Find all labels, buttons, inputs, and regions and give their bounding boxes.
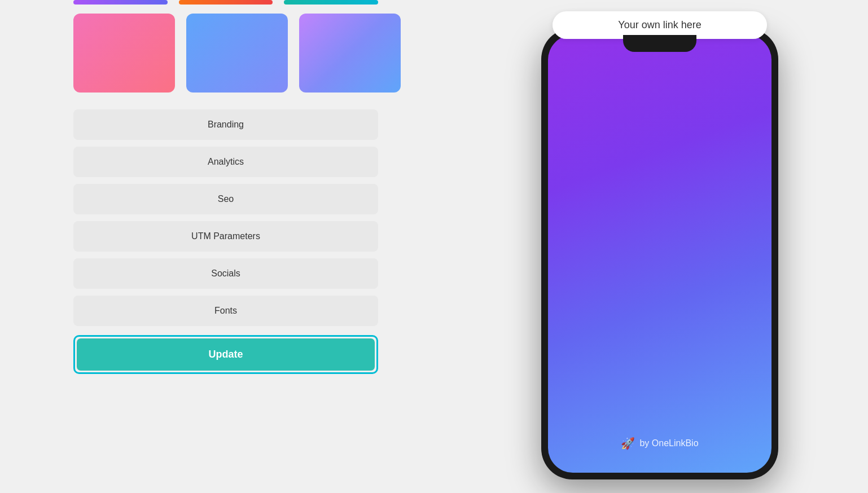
top-swatch-purple[interactable] bbox=[73, 0, 168, 5]
branding-button[interactable]: Branding bbox=[73, 109, 378, 140]
swatch-blue[interactable] bbox=[186, 14, 288, 93]
update-button-wrapper: Update bbox=[73, 335, 378, 374]
left-panel: Branding Analytics Seo UTM Parameters So… bbox=[0, 0, 451, 493]
analytics-button[interactable]: Analytics bbox=[73, 147, 378, 177]
swatch-pink[interactable] bbox=[73, 14, 175, 93]
top-swatches bbox=[73, 0, 378, 5]
socials-button[interactable]: Socials bbox=[73, 258, 378, 289]
fonts-button[interactable]: Fonts bbox=[73, 296, 378, 326]
utm-parameters-button[interactable]: UTM Parameters bbox=[73, 221, 378, 252]
top-swatch-teal[interactable] bbox=[284, 0, 378, 5]
phone-notch bbox=[623, 35, 696, 52]
brand-label: by OneLinkBio bbox=[639, 438, 698, 448]
update-button[interactable]: Update bbox=[77, 338, 375, 371]
swatch-purple-blue[interactable] bbox=[299, 14, 401, 93]
phone-mockup: 🚀 by OneLinkBio bbox=[541, 28, 778, 479]
right-panel: Your own link here 🚀 by OneLinkBio bbox=[451, 0, 868, 493]
top-swatch-orange[interactable] bbox=[179, 0, 273, 5]
phone-screen: 🚀 by OneLinkBio bbox=[548, 35, 771, 473]
brand-text: 🚀 by OneLinkBio bbox=[621, 437, 698, 450]
bottom-swatches bbox=[73, 14, 378, 93]
seo-button[interactable]: Seo bbox=[73, 184, 378, 214]
rocket-icon: 🚀 bbox=[621, 437, 635, 450]
